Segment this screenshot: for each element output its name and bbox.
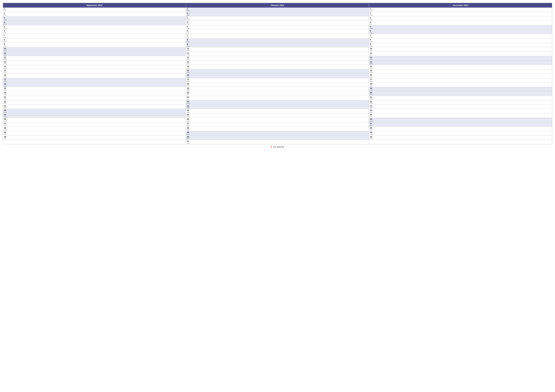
day-row: 1TOR [369, 7, 552, 12]
day-row: 26SRE [186, 118, 369, 122]
day-number: 6 [187, 30, 190, 32]
day-number: 25 [187, 114, 190, 116]
day-name: ČET [187, 94, 190, 95]
day-row: 26SOB [369, 118, 552, 122]
day-row: 6TOR [3, 29, 186, 34]
day-name: ČET [370, 19, 372, 20]
day-number: 4 [187, 21, 190, 23]
day-number: 28 [4, 127, 7, 129]
day-info: 18PET [370, 83, 373, 86]
day-info: 16SRE [370, 74, 373, 78]
day-number: 13 [4, 61, 7, 63]
day-info: 7PET [187, 34, 190, 38]
day-row: 27TOR [3, 122, 186, 127]
day-number: 13 [187, 61, 190, 63]
day-info: 13TOR [4, 61, 7, 64]
day-number: 29 [370, 131, 373, 134]
day-number: 8 [370, 39, 373, 41]
day-row: 13ČET [186, 61, 369, 65]
day-number: 6 [4, 30, 7, 32]
day-name: ČET [4, 10, 7, 12]
day-name: SOB [187, 103, 190, 104]
day-number: 24 [370, 109, 373, 111]
day-name: ČET [370, 112, 372, 113]
day-info: 24SOB [4, 109, 7, 113]
day-number: 20 [370, 92, 373, 94]
day-name: PET [4, 107, 6, 109]
day-name: PON [370, 37, 372, 38]
day-info: 6TOR [4, 30, 7, 34]
day-info: 5PON [4, 26, 7, 29]
day-row: 11TOR [186, 52, 369, 56]
day-name: PON [4, 28, 7, 29]
day-number: 15 [187, 70, 190, 72]
day-row: 20NED [369, 91, 552, 96]
day-row: 2SRE [369, 12, 552, 16]
day-row: 25NED [3, 113, 186, 118]
day-number: 4 [370, 21, 373, 23]
day-info: 12SRE [187, 57, 190, 60]
day-row: 24PON [186, 109, 369, 113]
day-name: PON [187, 50, 190, 51]
day-number: 2 [4, 12, 7, 14]
day-row: 1ČET [3, 7, 186, 12]
day-number: 16 [187, 74, 190, 76]
day-info: 8ČET [4, 39, 7, 42]
day-info: 18NED [4, 83, 7, 86]
day-row: 10ČET [369, 47, 552, 52]
day-row: 14SRE [3, 65, 186, 69]
day-number: 9 [4, 43, 7, 45]
day-number: 15 [370, 70, 373, 72]
day-number: 24 [4, 109, 7, 111]
day-name: SOB [187, 10, 190, 12]
day-row: 29TOR [369, 131, 552, 135]
day-name: PET [4, 76, 6, 78]
day-info: 19SRE [187, 87, 190, 91]
day-info: 25PET [370, 114, 373, 117]
day-number: 21 [370, 96, 373, 98]
day-number: 27 [187, 122, 190, 125]
day-number: 12 [187, 57, 190, 59]
day-number: 7 [4, 34, 7, 36]
day-number: 27 [4, 122, 7, 125]
day-number: 31 [187, 140, 190, 143]
day-name: SRE [370, 138, 372, 139]
day-info: 14PET [187, 65, 190, 69]
day-info: 10SOB [4, 48, 7, 51]
day-number: 29 [187, 131, 190, 134]
day-name: SOB [370, 89, 372, 91]
day-row: 19SOB [369, 87, 552, 91]
day-row: 14PET [186, 65, 369, 69]
day-number: 11 [370, 52, 373, 54]
day-number: 23 [187, 105, 190, 107]
day-name: PON [4, 121, 7, 122]
month-header-0: September 2022 [3, 3, 186, 7]
day-info: 28PON [370, 127, 373, 131]
day-number: 5 [4, 26, 7, 28]
day-info: 3PON [187, 17, 190, 20]
day-number: 17 [370, 78, 373, 81]
day-row: 15SOB [186, 69, 369, 74]
day-name: ČET [187, 32, 190, 34]
day-name: PON [187, 19, 190, 20]
day-row: 21SRE [3, 96, 186, 100]
day-info: 14PON [370, 65, 373, 69]
day-row: 7PON [369, 34, 552, 38]
day-name: NED [187, 107, 190, 109]
day-info: 17SOB [4, 78, 7, 82]
day-info: 21PET [187, 96, 190, 100]
day-name: ČET [4, 103, 7, 104]
day-name: NED [187, 14, 190, 16]
day-row: 3ČET [369, 16, 552, 21]
day-number: 3 [4, 17, 7, 19]
day-number: 17 [187, 78, 190, 81]
day-row: 26PON [3, 118, 186, 122]
day-number: 28 [187, 127, 190, 129]
day-row: 6NED [369, 29, 552, 34]
day-number: 25 [370, 114, 373, 116]
day-name: SOB [4, 50, 7, 51]
day-name: TOR [370, 134, 372, 135]
day-name: PET [4, 138, 6, 139]
day-number: 25 [4, 114, 7, 116]
day-info: 14SRE [4, 65, 7, 69]
